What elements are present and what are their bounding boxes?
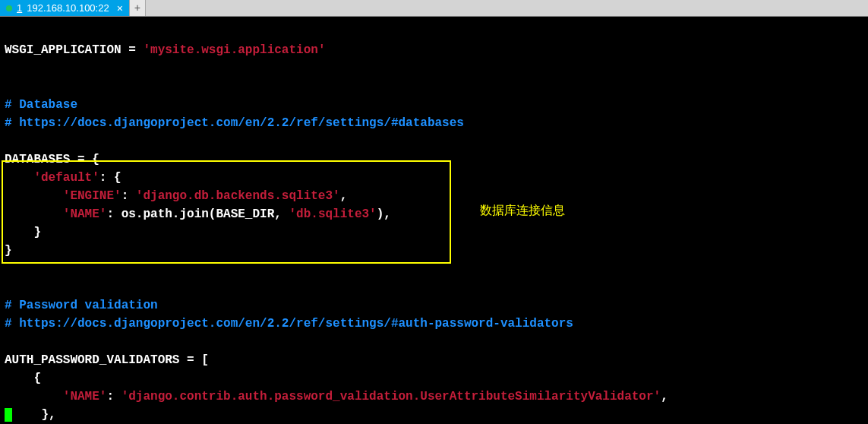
code-line: } [5,223,863,242]
code-line: 'NAME': os.path.join(BASE_DIR, 'db.sqlit… [5,205,863,223]
code-comment: # Database [5,96,863,114]
annotation-label: 数据库连接信息 [480,201,565,220]
code-line: } [5,242,863,260]
terminal-content[interactable]: WSGI_APPLICATION = 'mysite.wsgi.applicat… [0,17,868,424]
code-line: { [5,369,863,388]
code-line: 'NAME': 'django.contrib.auth.password_va… [5,388,863,406]
code-line: AUTH_PASSWORD_VALIDATORS = [ [5,351,863,369]
cursor-icon [5,408,12,422]
code-line: }, [5,406,863,424]
tab-bar: 1 192.168.10.100:22 × + [0,0,868,17]
code-comment: # https://docs.djangoproject.com/en/2.2/… [5,114,863,132]
connection-status-icon [6,5,12,11]
tab-title: 192.168.10.100:22 [27,2,109,14]
code-line: WSGI_APPLICATION = 'mysite.wsgi.applicat… [5,41,863,59]
tab-number: 1 [17,2,22,14]
code-line: 'default': { [5,169,863,187]
terminal-tab[interactable]: 1 192.168.10.100:22 × [0,0,129,16]
code-comment: # Password validation [5,296,863,315]
code-comment: # https://docs.djangoproject.com/en/2.2/… [5,315,863,333]
add-tab-button[interactable]: + [129,0,146,16]
code-line: DATABASES = { [5,150,863,169]
close-icon[interactable]: × [117,2,123,14]
code-line: 'ENGINE': 'django.db.backends.sqlite3', [5,187,863,205]
